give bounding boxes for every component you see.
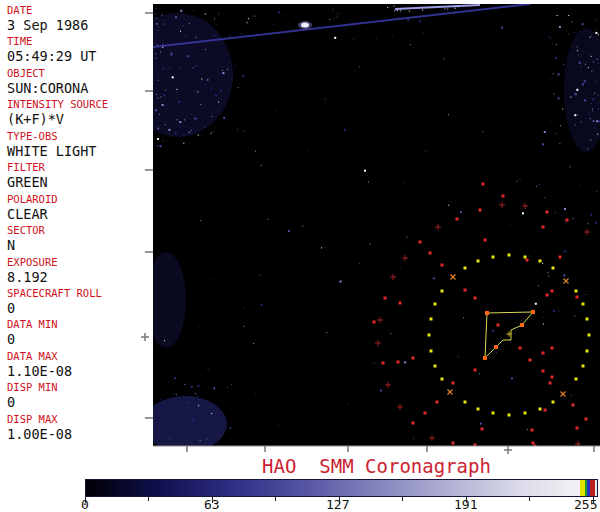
colorbar-label-127: 127 [326,497,349,512]
noise-speckle [353,38,354,39]
meta-object: OBJECT SUN:CORONA [0,66,153,97]
red-marker-dot [502,195,505,198]
meta-filter: FILTER GREEN [0,160,153,191]
noise-speckle [198,405,199,406]
red-marker-dot [429,252,432,255]
noise-speckle [157,127,159,129]
red-marker-dot [373,321,376,324]
noise-speckle [164,23,165,24]
noise-speckle [570,166,571,167]
noise-speckle [207,439,208,440]
colorbar-major-tick [593,497,594,503]
noise-speckle [244,131,245,132]
noise-speckle [184,134,185,135]
noise-speckle [535,303,537,305]
noise-speckle [460,211,462,213]
noise-speckle [585,64,586,65]
noise-speckle [191,386,193,388]
red-marker-dot [549,382,552,385]
meta-label: DISP MIN [7,380,153,394]
noise-speckle [211,413,212,414]
noise-speckle [161,15,162,16]
noise-speckle [200,104,201,105]
meta-polaroid: POLAROID CLEAR [0,192,153,223]
noise-speckle [564,250,566,252]
noise-speckle [584,99,586,101]
red-marker-dot [559,256,562,259]
noise-speckle [179,121,181,123]
noise-speckle [159,114,160,115]
yellow-marker-dot [552,267,555,270]
noise-speckle [448,114,449,115]
noise-speckle [184,19,185,20]
red-marker-dot [497,324,500,327]
noise-speckle [553,73,554,74]
noise-speckle [553,310,555,312]
noise-speckle [590,214,592,216]
noise-speckle [158,125,159,126]
noise-speckle [267,219,268,220]
polygon-vertex-dot [494,345,498,349]
noise-speckle [542,143,544,145]
noise-speckle [160,398,161,399]
noise-speckle [156,8,157,9]
noise-speckle [425,151,426,152]
noise-speckle [544,197,545,198]
noise-speckle [543,323,544,324]
noise-speckle [179,126,180,127]
noise-speckle [208,369,209,370]
noise-speckle [170,90,171,91]
meta-exposure: EXPOSURE 8.192 [0,255,153,286]
noise-speckle [590,118,591,119]
noise-speckle [168,381,169,382]
noise-speckle [423,32,424,33]
noise-speckle [205,13,206,14]
red-marker-dot [474,369,477,372]
image-title: HAO SMM Coronagraph [153,455,600,477]
noise-speckle [337,16,338,17]
red-marker-dot [456,218,459,221]
noise-speckle [409,11,410,12]
noise-speckle [334,37,336,39]
noise-speckle [166,438,167,439]
noise-speckle [276,110,277,111]
noise-speckle [591,71,592,72]
noise-speckle [501,27,503,29]
noise-speckle [183,143,184,144]
yellow-marker-dot [575,290,578,293]
coronagraph-image-canvas[interactable] [153,4,600,446]
red-marker-dot [484,239,487,242]
noise-speckle [163,68,164,69]
meta-label: SPACECRAFT ROLL [7,286,153,300]
noise-speckle [559,143,560,144]
noise-speckle [201,134,202,135]
red-marker-dot [479,209,482,212]
red-marker-dot [585,418,588,421]
meta-label: EXPOSURE [7,255,153,269]
noise-speckle [195,393,196,394]
noise-speckle [187,55,189,57]
noise-speckle [213,279,214,280]
noise-speckle [189,394,190,395]
noise-speckle [563,64,564,65]
red-marker-dot [566,219,569,222]
noise-speckle [173,393,174,394]
noise-speckle [380,389,382,391]
red-marker-dot [464,289,467,292]
colorbar-major-tick [85,497,86,503]
noise-speckle [593,120,595,122]
noise-speckle [169,24,170,25]
noise-speckle [590,103,591,104]
noise-speckle [596,19,597,20]
meta-value: SUN:CORONA [7,80,153,96]
noise-speckle [184,119,185,120]
meta-label: TYPE-OBS [7,129,153,143]
meta-label: INTENSITY SOURCE [7,97,153,111]
noise-speckle [197,103,198,104]
yellow-marker-dot [524,412,527,415]
noise-speckle [562,109,563,110]
noise-speckle [525,150,526,151]
noise-speckle [596,191,597,192]
noise-speckle [191,130,192,131]
noise-speckle [586,80,587,81]
